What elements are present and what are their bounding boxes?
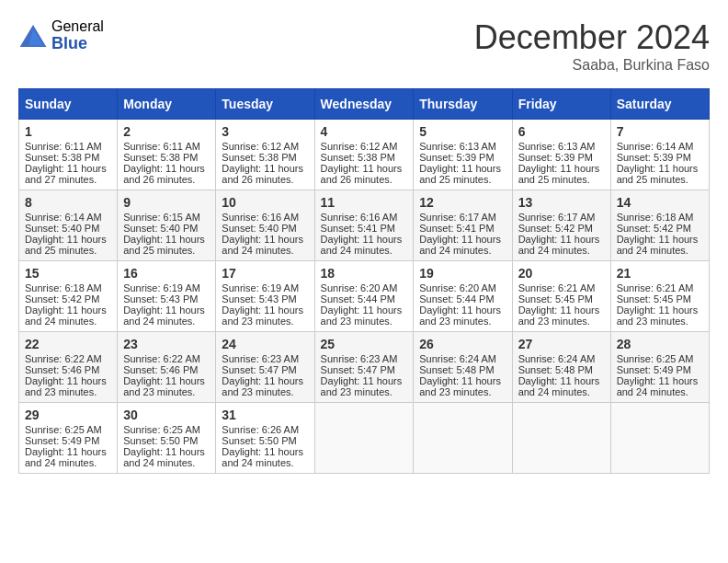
daylight-text: Daylight: 11 hours and 23 minutes.: [123, 375, 205, 397]
daylight-text: Daylight: 11 hours and 24 minutes.: [419, 234, 501, 256]
daylight-text: Daylight: 11 hours and 24 minutes.: [321, 234, 403, 256]
sunset-text: Sunset: 5:38 PM: [123, 152, 198, 163]
col-wednesday: Wednesday: [314, 89, 414, 120]
col-sunday: Sunday: [19, 89, 118, 120]
sunset-text: Sunset: 5:39 PM: [419, 152, 494, 163]
calendar-week-row: 15 Sunrise: 6:18 AM Sunset: 5:42 PM Dayl…: [19, 261, 710, 332]
sunset-text: Sunset: 5:46 PM: [123, 364, 198, 375]
table-row: [314, 403, 414, 474]
day-number: 29: [25, 408, 111, 422]
title-area: December 2024 Saaba, Burkina Faso: [474, 18, 710, 74]
table-row: [512, 403, 610, 474]
location: Saaba, Burkina Faso: [474, 57, 710, 74]
sunset-text: Sunset: 5:49 PM: [617, 364, 691, 375]
sunset-text: Sunset: 5:42 PM: [617, 223, 691, 234]
day-number: 10: [222, 195, 308, 210]
logo-general: General: [51, 18, 104, 35]
sunrise-text: Sunrise: 6:13 AM: [419, 141, 496, 152]
table-row: 1 Sunrise: 6:11 AM Sunset: 5:38 PM Dayli…: [19, 120, 118, 190]
table-row: 8 Sunrise: 6:14 AM Sunset: 5:40 PM Dayli…: [19, 190, 118, 261]
sunset-text: Sunset: 5:48 PM: [419, 364, 494, 375]
sunset-text: Sunset: 5:43 PM: [222, 293, 296, 304]
sunrise-text: Sunrise: 6:14 AM: [25, 212, 102, 223]
table-row: 25 Sunrise: 6:23 AM Sunset: 5:47 PM Dayl…: [314, 332, 414, 403]
col-tuesday: Tuesday: [216, 89, 314, 120]
table-row: 24 Sunrise: 6:23 AM Sunset: 5:47 PM Dayl…: [216, 332, 314, 403]
col-friday: Friday: [512, 89, 610, 120]
logo-blue: Blue: [51, 35, 104, 53]
day-number: 9: [123, 195, 210, 210]
table-row: 28 Sunrise: 6:25 AM Sunset: 5:49 PM Dayl…: [610, 332, 709, 403]
sunset-text: Sunset: 5:41 PM: [321, 223, 395, 234]
table-row: 16 Sunrise: 6:19 AM Sunset: 5:43 PM Dayl…: [118, 261, 216, 332]
table-row: 2 Sunrise: 6:11 AM Sunset: 5:38 PM Dayli…: [118, 120, 216, 190]
sunset-text: Sunset: 5:49 PM: [25, 435, 99, 446]
daylight-text: Daylight: 11 hours and 24 minutes.: [123, 446, 205, 468]
day-number: 20: [518, 266, 605, 281]
sunset-text: Sunset: 5:42 PM: [25, 293, 99, 304]
daylight-text: Daylight: 11 hours and 24 minutes.: [617, 375, 699, 397]
sunset-text: Sunset: 5:45 PM: [617, 293, 691, 304]
table-row: 22 Sunrise: 6:22 AM Sunset: 5:46 PM Dayl…: [19, 332, 118, 403]
table-row: 20 Sunrise: 6:21 AM Sunset: 5:45 PM Dayl…: [512, 261, 610, 332]
day-number: 23: [123, 337, 210, 351]
table-row: 13 Sunrise: 6:17 AM Sunset: 5:42 PM Dayl…: [512, 190, 610, 261]
daylight-text: Daylight: 11 hours and 23 minutes.: [25, 375, 107, 397]
sunset-text: Sunset: 5:38 PM: [321, 152, 395, 163]
day-number: 7: [617, 124, 703, 139]
sunrise-text: Sunrise: 6:16 AM: [222, 212, 299, 223]
day-number: 2: [123, 124, 210, 139]
sunrise-text: Sunrise: 6:19 AM: [222, 282, 299, 293]
sunrise-text: Sunrise: 6:12 AM: [222, 141, 299, 152]
sunrise-text: Sunrise: 6:19 AM: [123, 282, 200, 293]
sunrise-text: Sunrise: 6:26 AM: [222, 424, 299, 435]
daylight-text: Daylight: 11 hours and 23 minutes.: [617, 304, 699, 327]
daylight-text: Daylight: 11 hours and 26 minutes.: [222, 163, 303, 185]
sunrise-text: Sunrise: 6:16 AM: [321, 212, 398, 223]
sunset-text: Sunset: 5:47 PM: [321, 364, 395, 375]
day-number: 26: [419, 337, 506, 351]
sunrise-text: Sunrise: 6:15 AM: [123, 212, 200, 223]
table-row: 6 Sunrise: 6:13 AM Sunset: 5:39 PM Dayli…: [512, 120, 610, 190]
sunrise-text: Sunrise: 6:23 AM: [321, 353, 398, 364]
sunset-text: Sunset: 5:47 PM: [222, 364, 296, 375]
logo-icon: [18, 23, 48, 49]
daylight-text: Daylight: 11 hours and 23 minutes.: [518, 304, 600, 327]
sunrise-text: Sunrise: 6:24 AM: [419, 353, 496, 364]
sunrise-text: Sunrise: 6:14 AM: [617, 141, 694, 152]
sunrise-text: Sunrise: 6:24 AM: [518, 353, 596, 364]
daylight-text: Daylight: 11 hours and 25 minutes.: [617, 163, 699, 185]
day-number: 16: [123, 266, 210, 281]
daylight-text: Daylight: 11 hours and 24 minutes.: [617, 234, 699, 256]
day-number: 19: [419, 266, 506, 281]
day-number: 17: [222, 266, 308, 281]
table-row: 12 Sunrise: 6:17 AM Sunset: 5:41 PM Dayl…: [414, 190, 512, 261]
day-number: 4: [321, 124, 408, 139]
sunset-text: Sunset: 5:50 PM: [222, 435, 296, 446]
sunset-text: Sunset: 5:44 PM: [321, 293, 395, 304]
sunrise-text: Sunrise: 6:20 AM: [419, 282, 496, 293]
calendar-header-row: Sunday Monday Tuesday Wednesday Thursday…: [19, 89, 710, 120]
table-row: 5 Sunrise: 6:13 AM Sunset: 5:39 PM Dayli…: [414, 120, 512, 190]
sunset-text: Sunset: 5:38 PM: [25, 152, 99, 163]
col-monday: Monday: [118, 89, 216, 120]
daylight-text: Daylight: 11 hours and 27 minutes.: [25, 163, 107, 185]
calendar-week-row: 1 Sunrise: 6:11 AM Sunset: 5:38 PM Dayli…: [19, 120, 710, 190]
day-number: 22: [25, 337, 111, 351]
sunset-text: Sunset: 5:38 PM: [222, 152, 296, 163]
calendar-week-row: 22 Sunrise: 6:22 AM Sunset: 5:46 PM Dayl…: [19, 332, 710, 403]
daylight-text: Daylight: 11 hours and 24 minutes.: [25, 304, 107, 327]
calendar-table: Sunday Monday Tuesday Wednesday Thursday…: [18, 88, 710, 474]
table-row: 30 Sunrise: 6:25 AM Sunset: 5:50 PM Dayl…: [118, 403, 216, 474]
sunset-text: Sunset: 5:50 PM: [123, 435, 198, 446]
sunrise-text: Sunrise: 6:20 AM: [321, 282, 398, 293]
table-row: 18 Sunrise: 6:20 AM Sunset: 5:44 PM Dayl…: [314, 261, 414, 332]
daylight-text: Daylight: 11 hours and 23 minutes.: [321, 375, 403, 397]
daylight-text: Daylight: 11 hours and 23 minutes.: [419, 375, 501, 397]
sunset-text: Sunset: 5:46 PM: [25, 364, 99, 375]
daylight-text: Daylight: 11 hours and 24 minutes.: [222, 446, 303, 468]
table-row: [414, 403, 512, 474]
page-header: General Blue December 2024 Saaba, Burkin…: [18, 18, 710, 74]
day-number: 30: [123, 408, 210, 422]
sunset-text: Sunset: 5:40 PM: [123, 223, 198, 234]
